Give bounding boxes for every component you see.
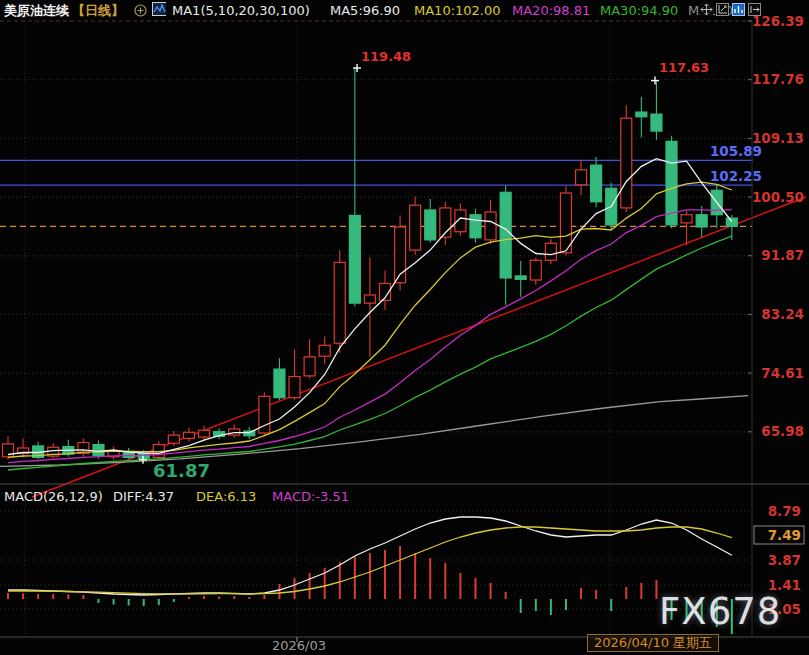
price-chart-canvas[interactable]: 119.48117.6361.87126.39117.76109.13100.5… [0, 0, 809, 655]
candle [289, 377, 300, 398]
candle [183, 432, 194, 438]
ma-params-label: MA1(5,10,20,30,100) [172, 2, 310, 19]
candle [168, 435, 179, 443]
candle [545, 243, 556, 260]
candle [138, 453, 149, 458]
ma20-value: MA20:98.81 [512, 2, 590, 19]
candle [530, 260, 541, 280]
candle [560, 193, 571, 253]
extreme-price-label: 117.63 [659, 60, 709, 75]
symbol-title: 美原油连续 [4, 2, 69, 19]
ma5-value: MA5:96.90 [330, 2, 400, 19]
candle [470, 215, 481, 238]
candle [696, 215, 707, 227]
macd-diff-value: DIFF:4.37 [113, 489, 174, 505]
blue-level-label: 105.89 [710, 143, 762, 159]
ma30-value: MA30:94.90 [600, 2, 678, 19]
forward-icon[interactable] [748, 3, 761, 16]
bar-indicator-icon[interactable] [732, 3, 745, 16]
candle [319, 345, 330, 356]
price-axis-label: 117.76 [752, 71, 804, 87]
candle [636, 112, 647, 117]
candle [304, 357, 315, 376]
macd-current-value-box: 7.49 [768, 527, 801, 543]
candle [621, 118, 632, 208]
macd-axis-label: 8.79 [768, 503, 801, 519]
candle [334, 262, 345, 343]
macd-axis-label: 3.87 [768, 552, 801, 568]
chart-background [0, 0, 809, 655]
candle [681, 215, 692, 223]
candle [3, 444, 14, 457]
price-axis-label: 100.50 [752, 189, 804, 205]
fx678-watermark: FX678 [659, 590, 781, 633]
plus-circle-icon[interactable] [133, 3, 147, 17]
candle [651, 114, 662, 131]
blue-level-label: 102.25 [710, 168, 762, 184]
macd-params-label: MACD(26,12,9) [4, 489, 103, 505]
price-axis-label: 83.24 [761, 306, 804, 322]
candle [349, 215, 360, 303]
extreme-price-label: 119.48 [361, 49, 411, 64]
candle [591, 165, 602, 202]
axis-scale-icon[interactable] [716, 3, 729, 16]
x-axis-date-label: 2026/04/10 星期五 [587, 634, 719, 652]
price-axis-label: 91.87 [761, 247, 804, 263]
period-label[interactable]: 【日线】 [72, 2, 124, 19]
candle [515, 276, 526, 279]
candle [500, 192, 511, 278]
candle [485, 212, 496, 240]
x-axis-month-label: 2026/03 [262, 638, 336, 654]
price-axis-label: 65.98 [761, 423, 804, 439]
pan-icon[interactable] [700, 3, 713, 16]
trading-chart-app: { "header": { "title": "美原油连续", "period"… [0, 0, 809, 655]
candle [364, 295, 375, 303]
macd-hist-value: MACD:-3.51 [272, 489, 349, 505]
candle [726, 218, 737, 226]
candle [410, 205, 421, 250]
chart-badge-icon[interactable] [152, 2, 166, 16]
candle [199, 430, 210, 437]
extreme-price-label: 61.87 [153, 460, 210, 481]
candle [274, 369, 285, 398]
candle [576, 170, 587, 185]
candle [93, 445, 104, 456]
macd-dea-value: DEA:6.13 [196, 489, 256, 505]
candle [244, 431, 255, 436]
ma10-value: MA10:102.00 [414, 2, 501, 19]
price-axis-label: 74.61 [761, 365, 804, 381]
candle [425, 210, 436, 240]
